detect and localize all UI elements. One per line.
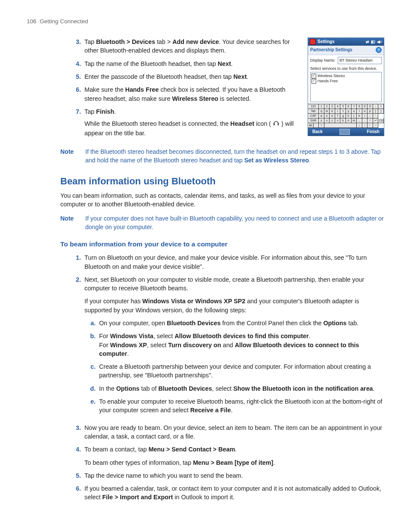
step-4: 4. Tap the name of the Bluetooth headset…	[70, 59, 302, 68]
display-name-label: Display Name:	[310, 58, 338, 63]
step-number: 7.	[70, 107, 84, 137]
display-name-input[interactable]: BT Stereo Headset	[338, 57, 382, 64]
beam-sub-title: To beam information from your device to …	[60, 240, 384, 249]
note-label: Note	[60, 215, 85, 232]
beam-steps-list: 1. Turn on Bluetooth on your device, and…	[70, 253, 384, 502]
step-3: 3. Tap Bluetooth > Devices tab > Add new…	[70, 37, 302, 55]
signal-icon: ▮▯	[371, 39, 375, 45]
step-7-sub: While the Bluetooth stereo headset is co…	[84, 119, 302, 137]
step-body: Tap the name of the Bluetooth headset, t…	[84, 59, 302, 68]
note-body: If the Bluetooth stereo headset becomes …	[85, 148, 384, 165]
beam-step-5: 5. Tap the device name to which you want…	[70, 471, 384, 480]
beam-step-3: 3. Now you are ready to beam. On your de…	[70, 423, 384, 441]
sub-letter: c.	[84, 362, 99, 380]
page-header: 106 Getting Connected	[27, 17, 384, 25]
svg-rect-0	[274, 123, 275, 125]
headset-icon	[273, 120, 280, 128]
sub-letter: a.	[84, 319, 99, 327]
sub-step-e: e. To enable your computer to receive Bl…	[84, 397, 384, 415]
windows-flag-icon	[310, 39, 316, 45]
sub-letter: b.	[84, 332, 99, 358]
step-body: Enter the passcode of the Bluetooth head…	[84, 72, 302, 81]
step-body: Now you are ready to beam. On your devic…	[84, 423, 384, 441]
note-stereo-disconnect: Note If the Bluetooth stereo headset bec…	[60, 148, 384, 165]
back-button[interactable]: Back	[312, 129, 323, 135]
screenshot-partnership-settings: Settings ⇄ ▮▯ ◀≡ Partnership Settings ? …	[308, 37, 384, 136]
sub-step-c: c. Create a Bluetooth partnership betwee…	[84, 362, 384, 380]
checkbox-icon: ✓	[311, 79, 316, 84]
sub-step-b: b. For Windows Vista, select Allow Bluet…	[84, 332, 384, 358]
step-body: Turn on Bluetooth on your device, and ma…	[84, 253, 384, 271]
step-5: 5. Enter the passcode of the Bluetooth h…	[70, 72, 302, 81]
service-label: Wireless Stereo	[318, 73, 345, 78]
step-body: Next, set Bluetooth on your computer to …	[84, 275, 384, 419]
beam-step-4: 4. To beam a contact, tap Menu > Send Co…	[70, 445, 384, 467]
wm-subtitle-text: Partnership Settings	[310, 47, 352, 53]
step-number: 3.	[70, 423, 84, 441]
step-body: Make sure the Hands Free check box is se…	[84, 85, 302, 103]
note-label: Note	[60, 148, 85, 165]
page-number: 106	[27, 18, 37, 25]
wm-titlebar: Settings ⇄ ▮▯ ◀≡	[308, 38, 384, 46]
note-adapter: Note If your computer does not have buil…	[60, 215, 384, 232]
volume-icon: ◀≡	[377, 39, 382, 45]
content-column: Settings ⇄ ▮▯ ◀≡ Partnership Settings ? …	[70, 37, 384, 142]
step-7: 7. Tap Finish. While the Bluetooth stere…	[70, 107, 302, 137]
step-number: 2.	[70, 275, 84, 419]
step-number: 5.	[70, 72, 84, 81]
connectivity-icon: ⇄	[366, 39, 369, 45]
step-number: 4.	[70, 59, 84, 68]
wm-footer: Back Finish	[308, 128, 384, 136]
section-beam-title: Beam information using Bluetooth	[60, 174, 384, 188]
svg-rect-1	[278, 123, 279, 125]
beam-step-1: 1. Turn on Bluetooth on your device, and…	[70, 253, 384, 271]
step-number: 4.	[70, 445, 84, 467]
step-number: 1.	[70, 253, 84, 271]
finish-button[interactable]: Finish	[367, 129, 380, 135]
wm-window: Settings ⇄ ▮▯ ◀≡ Partnership Settings ? …	[308, 37, 384, 136]
checkbox-icon: ✓	[311, 74, 316, 78]
beam-step-2-sub: If your computer has Windows Vista or Wi…	[84, 297, 384, 314]
sub-letter: e.	[84, 397, 99, 415]
wm-body: Display Name: BT Stereo Headset Select s…	[308, 55, 384, 104]
step-number: 5.	[70, 471, 84, 480]
step-body: To beam a contact, tap Menu > Send Conta…	[84, 445, 384, 467]
services-hint: Select services to use from this device.	[310, 66, 382, 72]
step-body: If you beamed a calendar, task, or conta…	[84, 484, 384, 502]
service-wireless-stereo[interactable]: ✓ Wireless Stereo	[311, 73, 380, 78]
step-body: Tap Bluetooth > Devices tab > Add new de…	[84, 37, 302, 55]
services-list: ✓ Wireless Stereo ✓ Hands Free	[310, 72, 382, 102]
wm-title-text: Settings	[318, 39, 334, 45]
onscreen-keyboard[interactable]: 1231234567890-= Tabqwertyuiop[] CAPasdfg…	[308, 104, 384, 128]
service-hands-free[interactable]: ✓ Hands Free	[311, 78, 380, 84]
sub-step-d: d. In the Options tab of Bluetooth Devic…	[84, 384, 384, 393]
sip-button[interactable]	[339, 129, 350, 135]
step-number: 3.	[70, 37, 84, 55]
beam-intro: You can beam information, such as contac…	[60, 191, 384, 209]
sub-step-a: a. On your computer, open Bluetooth Devi…	[84, 319, 384, 327]
service-label: Hands Free	[318, 78, 338, 84]
note-body: If your computer does not have built-in …	[85, 215, 384, 232]
wm-subtitle-bar: Partnership Settings ?	[308, 46, 384, 55]
step-number: 6.	[70, 85, 84, 103]
section-name: Getting Connected	[40, 18, 88, 25]
sub-letter: d.	[84, 384, 99, 393]
step-body: Tap Finish. While the Bluetooth stereo h…	[84, 107, 302, 137]
step-body: Tap the device name to which you want to…	[84, 471, 384, 480]
step-6: 6. Make sure the Hands Free check box is…	[70, 85, 302, 103]
beam-step-2: 2. Next, set Bluetooth on your computer …	[70, 275, 384, 419]
beam-step-6: 6. If you beamed a calendar, task, or co…	[70, 484, 384, 502]
help-icon: ?	[376, 47, 382, 53]
step-number: 6.	[70, 484, 84, 502]
